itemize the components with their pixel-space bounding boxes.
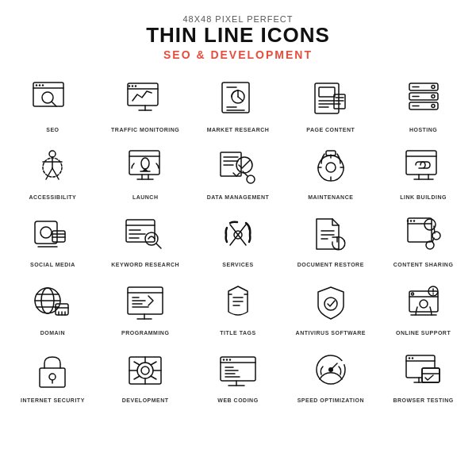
icon-market [209,75,267,125]
icon-support [395,278,452,328]
svg-line-42 [46,168,52,179]
icon-doc [302,210,359,259]
icon-cell-services: SERVICES [194,207,283,270]
icon-cell-domain: DOMAIN [8,275,98,338]
svg-point-156 [328,367,333,372]
icon-label-launch: LAUNCH [132,194,159,201]
svg-point-11 [135,85,136,86]
icon-security [24,346,81,395]
svg-point-165 [411,357,413,359]
svg-rect-129 [40,368,65,387]
icon-label-speed: SPEED OPTIMIZATION [298,397,364,404]
icon-label-social: SOCIAL MEDIA [30,262,75,268]
svg-rect-72 [52,231,65,242]
icon-label-market: MARKET RESEARCH [207,127,270,133]
svg-point-153 [229,359,231,360]
svg-point-35 [432,104,435,107]
svg-point-47 [141,158,149,169]
icon-cell-data: DATA MANAGEMENT [194,140,283,202]
svg-point-71 [40,227,52,238]
icon-data [209,143,267,192]
icon-label-prog: PROGRAMMING [121,330,169,336]
icon-cell-content: CONTENT SHARING [378,207,468,270]
svg-line-141 [151,362,156,365]
svg-point-124 [411,293,413,295]
svg-line-95 [432,238,434,242]
icon-browser [395,346,452,395]
icon-label-antivirus: ANTIVIRUS SOFTWARE [296,330,366,336]
svg-line-139 [134,362,140,365]
svg-point-120 [324,298,337,310]
icon-domain [24,278,81,328]
svg-point-34 [432,94,435,98]
icon-cell-link: LINK BUILDING [378,140,468,202]
icon-cell-maint: MAINTENANCE [286,140,375,202]
icon-cell-title: TITLE TAGS [194,275,283,338]
svg-point-33 [432,85,435,88]
icon-seo [24,75,81,125]
svg-point-96 [406,221,408,222]
icon-webcoding [209,346,267,395]
svg-rect-76 [126,220,155,242]
icon-cell-market: MARKET RESEARCH [194,72,283,135]
icon-link [395,143,452,192]
icon-label-browser: BROWSER TESTING [393,397,453,404]
svg-point-152 [226,359,228,360]
icon-label-support: ONLINE SUPPORT [396,330,451,336]
svg-line-94 [434,226,435,233]
svg-point-6 [42,84,44,86]
icon-traffic [117,75,174,125]
icon-label-hosting: HOSTING [409,127,437,133]
icon-cell-security: INTERNET SECURITY [8,343,98,405]
icon-cell-webcoding: WEB CODING [194,343,283,405]
icon-prog [117,278,174,328]
icon-page [302,75,359,125]
svg-point-10 [132,85,133,86]
icon-cell-social: SOCIAL MEDIA [8,207,98,270]
svg-point-130 [49,374,56,380]
icon-cell-support: ONLINE SUPPORT [378,275,468,338]
icon-cell-speed: SPEED OPTIMIZATION [286,343,375,405]
icon-keyword [117,210,174,259]
svg-point-97 [409,221,411,222]
icon-cell-seo: SEO [8,72,98,135]
page: 48x48 Pixel Perfect THIN LINE ICONS SEO … [0,0,476,476]
svg-line-140 [151,376,156,379]
svg-point-59 [326,163,336,172]
svg-line-142 [134,376,140,379]
icon-label-doc: DOCUMENT RESTORE [298,262,364,268]
icon-cell-browser: BROWSER TESTING [378,343,468,405]
svg-point-98 [413,221,414,222]
icon-dev [117,346,174,395]
icon-label-domain: DOMAIN [40,330,65,336]
svg-point-39 [49,151,56,157]
icon-hosting [395,75,452,125]
svg-line-43 [52,168,59,179]
icon-label-traffic: TRAFFIC MONITORING [111,127,179,133]
icon-cell-antivirus: ANTIVIRUS SOFTWARE [286,275,375,338]
icon-cell-launch: LAUNCH [101,140,190,202]
icon-label-maint: MAINTENANCE [308,194,353,201]
icon-label-webcoding: WEB CODING [217,397,258,404]
svg-rect-159 [422,368,440,382]
icon-label-dev: DEVELOPMENT [122,397,169,404]
svg-line-3 [52,102,56,106]
icon-cell-prog: PROGRAMMING [101,275,190,338]
svg-line-82 [156,244,161,248]
svg-rect-26 [334,94,345,109]
icon-launch [117,143,174,192]
header-title: THIN LINE ICONS [146,24,330,47]
icon-access [24,143,81,192]
header: 48x48 Pixel Perfect THIN LINE ICONS SEO … [146,14,330,61]
icon-label-access: ACCESSIBILITY [29,194,77,201]
svg-rect-22 [319,87,335,97]
icon-content [395,210,452,259]
icon-label-security: INTERNET SECURITY [21,397,85,404]
icon-cell-dev: DEVELOPMENT [101,343,190,405]
svg-point-5 [39,84,40,86]
icon-label-content: CONTENT SHARING [393,262,454,268]
icon-label-page: PAGE CONTENT [306,127,355,133]
icon-title [209,278,267,328]
header-category: SEO & DEVELOPMENT [146,48,330,61]
icon-speed [302,346,359,395]
